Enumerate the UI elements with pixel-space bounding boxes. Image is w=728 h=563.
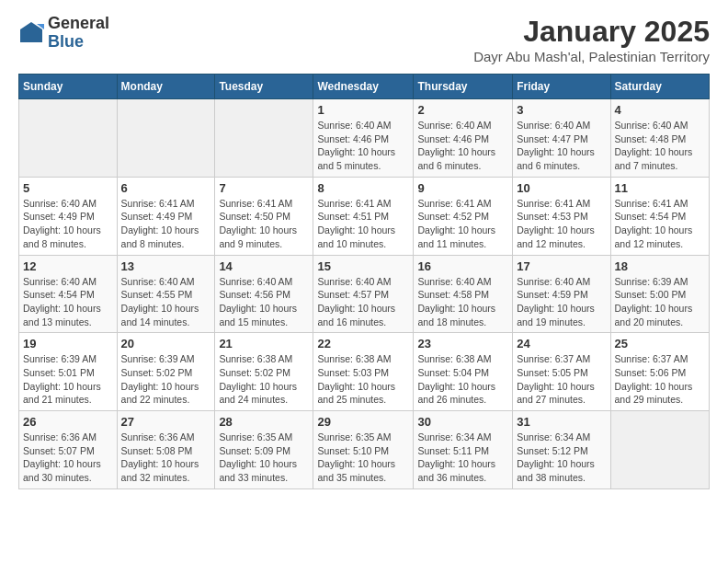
day-cell: 29Sunrise: 6:35 AMSunset: 5:10 PMDayligh… bbox=[313, 411, 414, 489]
week-row-3: 19Sunrise: 6:39 AMSunset: 5:01 PMDayligh… bbox=[19, 333, 710, 411]
header-monday: Monday bbox=[117, 75, 215, 99]
week-row-2: 12Sunrise: 6:40 AMSunset: 4:54 PMDayligh… bbox=[19, 255, 710, 333]
day-cell: 2Sunrise: 6:40 AMSunset: 4:46 PMDaylight… bbox=[414, 99, 513, 178]
day-info: Sunrise: 6:40 AMSunset: 4:46 PMDaylight:… bbox=[417, 119, 508, 173]
logo-icon bbox=[18, 20, 44, 46]
day-info: Sunrise: 6:38 AMSunset: 5:02 PMDaylight:… bbox=[219, 352, 309, 407]
day-cell: 17Sunrise: 6:40 AMSunset: 4:59 PMDayligh… bbox=[513, 255, 610, 333]
day-cell: 13Sunrise: 6:40 AMSunset: 4:55 PMDayligh… bbox=[117, 255, 215, 333]
header-row: SundayMondayTuesdayWednesdayThursdayFrid… bbox=[19, 75, 710, 99]
week-row-0: 1Sunrise: 6:40 AMSunset: 4:46 PMDaylight… bbox=[19, 99, 710, 178]
day-cell: 16Sunrise: 6:40 AMSunset: 4:58 PMDayligh… bbox=[414, 255, 513, 333]
page-header: General Blue January 2025 Dayr Abu Mash'… bbox=[18, 15, 710, 64]
day-number: 10 bbox=[517, 181, 606, 195]
day-number: 16 bbox=[417, 259, 508, 273]
day-cell: 11Sunrise: 6:41 AMSunset: 4:54 PMDayligh… bbox=[610, 177, 709, 255]
day-info: Sunrise: 6:41 AMSunset: 4:52 PMDaylight:… bbox=[417, 197, 508, 251]
day-cell: 9Sunrise: 6:41 AMSunset: 4:52 PMDaylight… bbox=[414, 177, 513, 255]
week-row-1: 5Sunrise: 6:40 AMSunset: 4:49 PMDaylight… bbox=[19, 177, 710, 255]
day-number: 18 bbox=[615, 259, 705, 273]
day-number: 23 bbox=[417, 337, 508, 350]
logo-text: General Blue bbox=[48, 15, 109, 52]
day-number: 21 bbox=[219, 337, 309, 350]
day-info: Sunrise: 6:41 AMSunset: 4:49 PMDaylight:… bbox=[121, 197, 211, 251]
logo-general: General bbox=[48, 15, 109, 33]
day-info: Sunrise: 6:40 AMSunset: 4:56 PMDaylight:… bbox=[219, 275, 309, 329]
day-cell: 30Sunrise: 6:34 AMSunset: 5:11 PMDayligh… bbox=[414, 411, 513, 489]
header-sunday: Sunday bbox=[19, 75, 118, 99]
subtitle: Dayr Abu Mash'al, Palestinian Territory bbox=[473, 49, 710, 64]
day-number: 17 bbox=[517, 259, 606, 273]
day-info: Sunrise: 6:37 AMSunset: 5:06 PMDaylight:… bbox=[615, 352, 705, 407]
day-number: 1 bbox=[317, 103, 409, 117]
day-number: 14 bbox=[219, 259, 309, 273]
day-info: Sunrise: 6:40 AMSunset: 4:46 PMDaylight:… bbox=[317, 119, 409, 173]
day-info: Sunrise: 6:40 AMSunset: 4:48 PMDaylight:… bbox=[615, 119, 705, 173]
day-cell: 14Sunrise: 6:40 AMSunset: 4:56 PMDayligh… bbox=[215, 255, 313, 333]
day-number: 7 bbox=[219, 181, 309, 195]
day-info: Sunrise: 6:38 AMSunset: 5:03 PMDaylight:… bbox=[317, 352, 409, 407]
header-wednesday: Wednesday bbox=[313, 75, 414, 99]
day-cell bbox=[117, 99, 215, 178]
day-info: Sunrise: 6:40 AMSunset: 4:57 PMDaylight:… bbox=[317, 275, 409, 329]
day-cell: 19Sunrise: 6:39 AMSunset: 5:01 PMDayligh… bbox=[19, 333, 118, 411]
day-number: 8 bbox=[317, 181, 409, 195]
day-info: Sunrise: 6:34 AMSunset: 5:12 PMDaylight:… bbox=[517, 431, 606, 485]
day-info: Sunrise: 6:41 AMSunset: 4:51 PMDaylight:… bbox=[317, 197, 409, 251]
day-cell: 28Sunrise: 6:35 AMSunset: 5:09 PMDayligh… bbox=[215, 411, 313, 489]
day-number: 31 bbox=[517, 415, 606, 429]
day-info: Sunrise: 6:35 AMSunset: 5:09 PMDaylight:… bbox=[219, 431, 309, 485]
day-number: 15 bbox=[317, 259, 409, 273]
title-block: January 2025 Dayr Abu Mash'al, Palestini… bbox=[473, 15, 710, 64]
day-info: Sunrise: 6:40 AMSunset: 4:59 PMDaylight:… bbox=[517, 275, 606, 329]
day-number: 30 bbox=[417, 415, 508, 429]
logo-blue: Blue bbox=[48, 33, 109, 52]
day-cell: 24Sunrise: 6:37 AMSunset: 5:05 PMDayligh… bbox=[513, 333, 610, 411]
day-cell bbox=[610, 411, 709, 489]
day-info: Sunrise: 6:35 AMSunset: 5:10 PMDaylight:… bbox=[317, 431, 409, 485]
day-number: 13 bbox=[121, 259, 211, 273]
day-number: 3 bbox=[517, 103, 606, 117]
header-thursday: Thursday bbox=[414, 75, 513, 99]
day-cell: 6Sunrise: 6:41 AMSunset: 4:49 PMDaylight… bbox=[117, 177, 215, 255]
day-info: Sunrise: 6:36 AMSunset: 5:08 PMDaylight:… bbox=[121, 431, 211, 485]
day-info: Sunrise: 6:39 AMSunset: 5:01 PMDaylight:… bbox=[23, 352, 113, 407]
day-cell: 3Sunrise: 6:40 AMSunset: 4:47 PMDaylight… bbox=[513, 99, 610, 178]
header-saturday: Saturday bbox=[610, 75, 709, 99]
calendar-body: 1Sunrise: 6:40 AMSunset: 4:46 PMDaylight… bbox=[19, 99, 710, 489]
main-title: January 2025 bbox=[473, 15, 710, 49]
day-cell: 26Sunrise: 6:36 AMSunset: 5:07 PMDayligh… bbox=[19, 411, 118, 489]
day-cell: 18Sunrise: 6:39 AMSunset: 5:00 PMDayligh… bbox=[610, 255, 709, 333]
day-cell: 31Sunrise: 6:34 AMSunset: 5:12 PMDayligh… bbox=[513, 411, 610, 489]
week-row-4: 26Sunrise: 6:36 AMSunset: 5:07 PMDayligh… bbox=[19, 411, 710, 489]
day-info: Sunrise: 6:37 AMSunset: 5:05 PMDaylight:… bbox=[517, 352, 606, 407]
day-number: 26 bbox=[23, 415, 113, 429]
day-number: 28 bbox=[219, 415, 309, 429]
day-number: 25 bbox=[615, 337, 705, 350]
day-number: 24 bbox=[517, 337, 606, 350]
day-cell: 5Sunrise: 6:40 AMSunset: 4:49 PMDaylight… bbox=[19, 177, 118, 255]
day-cell: 23Sunrise: 6:38 AMSunset: 5:04 PMDayligh… bbox=[414, 333, 513, 411]
day-info: Sunrise: 6:40 AMSunset: 4:58 PMDaylight:… bbox=[417, 275, 508, 329]
day-number: 6 bbox=[121, 181, 211, 195]
day-number: 27 bbox=[121, 415, 211, 429]
day-cell: 15Sunrise: 6:40 AMSunset: 4:57 PMDayligh… bbox=[313, 255, 414, 333]
day-cell: 10Sunrise: 6:41 AMSunset: 4:53 PMDayligh… bbox=[513, 177, 610, 255]
day-cell: 21Sunrise: 6:38 AMSunset: 5:02 PMDayligh… bbox=[215, 333, 313, 411]
day-cell: 25Sunrise: 6:37 AMSunset: 5:06 PMDayligh… bbox=[610, 333, 709, 411]
day-cell: 4Sunrise: 6:40 AMSunset: 4:48 PMDaylight… bbox=[610, 99, 709, 178]
day-info: Sunrise: 6:40 AMSunset: 4:54 PMDaylight:… bbox=[23, 275, 113, 329]
day-number: 9 bbox=[417, 181, 508, 195]
header-tuesday: Tuesday bbox=[215, 75, 313, 99]
day-cell bbox=[215, 99, 313, 178]
day-info: Sunrise: 6:41 AMSunset: 4:54 PMDaylight:… bbox=[615, 197, 705, 251]
day-info: Sunrise: 6:39 AMSunset: 5:00 PMDaylight:… bbox=[615, 275, 705, 329]
day-info: Sunrise: 6:34 AMSunset: 5:11 PMDaylight:… bbox=[417, 431, 508, 485]
day-info: Sunrise: 6:39 AMSunset: 5:02 PMDaylight:… bbox=[121, 352, 211, 407]
day-cell: 7Sunrise: 6:41 AMSunset: 4:50 PMDaylight… bbox=[215, 177, 313, 255]
day-number: 12 bbox=[23, 259, 113, 273]
day-cell: 27Sunrise: 6:36 AMSunset: 5:08 PMDayligh… bbox=[117, 411, 215, 489]
day-info: Sunrise: 6:40 AMSunset: 4:47 PMDaylight:… bbox=[517, 119, 606, 173]
day-number: 5 bbox=[23, 181, 113, 195]
day-info: Sunrise: 6:40 AMSunset: 4:55 PMDaylight:… bbox=[121, 275, 211, 329]
